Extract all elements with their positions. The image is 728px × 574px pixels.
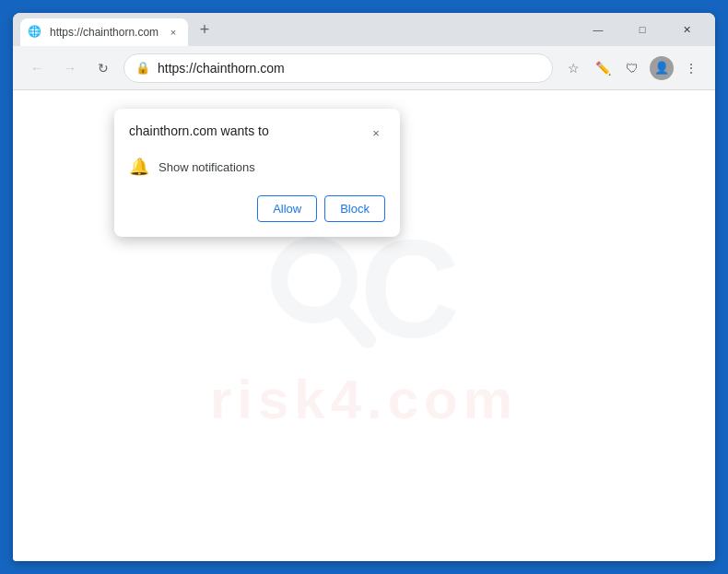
- svg-line-1: [340, 308, 368, 340]
- watermark-c: C: [360, 220, 460, 358]
- notification-popup: chainthorn.com wants to × 🔔 Show notific…: [114, 109, 400, 237]
- page-content: C risk4.com chainthorn.com wants to × 🔔 …: [13, 90, 715, 561]
- url-bar[interactable]: 🔒 https://chainthorn.com: [123, 53, 553, 83]
- maximize-button[interactable]: □: [621, 16, 663, 43]
- close-button[interactable]: ✕: [665, 16, 708, 43]
- toolbar-icons: ☆ ✏️ 🛡 👤 ⋮: [560, 55, 704, 81]
- edit-icon[interactable]: ✏️: [590, 55, 616, 81]
- tab-close-button[interactable]: ×: [166, 25, 181, 40]
- forward-button[interactable]: →: [57, 55, 83, 81]
- shield-icon[interactable]: 🛡: [619, 55, 645, 81]
- notification-text: Show notifications: [159, 160, 255, 174]
- popup-close-button[interactable]: ×: [367, 123, 385, 142]
- popup-header: chainthorn.com wants to ×: [129, 123, 385, 142]
- window-controls: — □ ✕: [577, 16, 708, 43]
- svg-point-0: [279, 245, 349, 315]
- tab-favicon: 🌐: [28, 25, 42, 40]
- popup-actions: Allow Block: [129, 195, 385, 222]
- watermark-risk: risk4.com: [210, 368, 518, 431]
- lock-icon: 🔒: [135, 61, 150, 75]
- back-button[interactable]: ←: [24, 55, 50, 81]
- bell-icon: 🔔: [129, 157, 149, 177]
- popup-title: chainthorn.com wants to: [129, 123, 269, 138]
- bookmark-icon[interactable]: ☆: [560, 55, 586, 81]
- active-tab[interactable]: 🌐 https://chainthorn.com ×: [20, 18, 188, 46]
- new-tab-button[interactable]: +: [192, 17, 217, 42]
- profile-avatar: 👤: [650, 56, 674, 80]
- browser-window: 🌐 https://chainthorn.com × + — □ ✕ ← → ↻…: [13, 13, 715, 561]
- tab-area: 🌐 https://chainthorn.com × +: [20, 13, 573, 46]
- popup-notification-row: 🔔 Show notifications: [129, 153, 385, 181]
- url-text: https://chainthorn.com: [158, 61, 541, 76]
- minimize-button[interactable]: —: [577, 16, 619, 43]
- profile-button[interactable]: 👤: [649, 55, 675, 81]
- block-button[interactable]: Block: [324, 195, 385, 222]
- address-bar: ← → ↻ 🔒 https://chainthorn.com ☆ ✏️ 🛡 👤 …: [13, 46, 715, 90]
- menu-button[interactable]: ⋮: [678, 55, 704, 81]
- tab-title: https://chainthorn.com: [50, 26, 159, 39]
- allow-button[interactable]: Allow: [257, 195, 317, 222]
- refresh-button[interactable]: ↻: [90, 55, 116, 81]
- title-bar: 🌐 https://chainthorn.com × + — □ ✕: [13, 13, 715, 46]
